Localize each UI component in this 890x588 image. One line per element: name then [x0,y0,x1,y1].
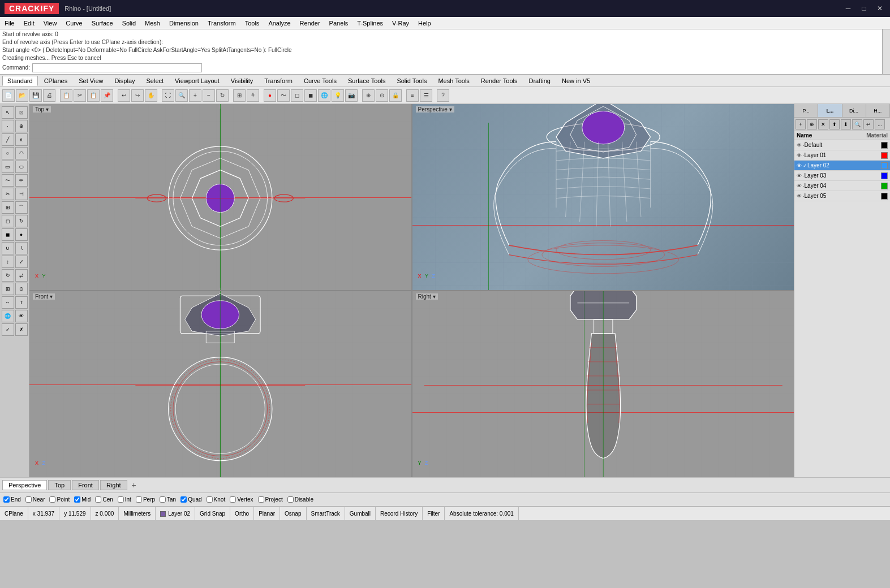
lt-select-all[interactable]: ⊡ [15,106,28,119]
tb-lights[interactable]: 💡 [332,89,344,102]
toolbar-tab-curve-tools[interactable]: Curve Tools [299,76,342,86]
toolbar-tab-visibility[interactable]: Visibility [226,76,259,86]
layer-color-swatch-2[interactable] [881,162,888,169]
lt-drag[interactable]: ⊕ [15,120,28,132]
snap-item-end[interactable]: End [3,496,21,503]
snap-checkbox-knot[interactable] [207,496,213,503]
snap-checkbox-int[interactable] [118,496,124,503]
lt-dim[interactable]: ↔ [2,296,14,309]
tb-surface[interactable]: ◻ [291,89,303,102]
tb-zoom-in[interactable]: + [189,89,201,102]
menu-item-solid[interactable]: Solid [118,19,140,28]
toolbar-tab-standard[interactable]: Standard [2,76,38,86]
sb-gumball[interactable]: Gumball [345,507,376,520]
tb-new[interactable]: 📄 [2,89,15,102]
tb-layer-mgr[interactable]: ≡ [406,89,419,102]
snap-checkbox-end[interactable] [3,496,10,503]
lt-array[interactable]: ⊞ [2,283,14,295]
layer-visible-icon-1[interactable]: 👁 [797,153,802,158]
tb-help[interactable]: ? [437,89,449,102]
snap-item-knot[interactable]: Knot [207,496,226,503]
snap-checkbox-near[interactable] [25,496,32,503]
restore-button[interactable]: □ [858,5,870,12]
lt-boolean-union[interactable]: ∪ [2,242,14,254]
tb-zoom-ext[interactable]: ⛶ [162,89,174,102]
command-scrollbar[interactable] [882,29,890,74]
lt-circle[interactable]: ○ [2,147,14,159]
tb-redo[interactable]: ↪ [131,89,144,102]
toolbar-tab-cplanes[interactable]: CPlanes [39,76,73,86]
toolbar-tab-select[interactable]: Select [141,76,169,86]
menu-item-surface[interactable]: Surface [87,19,118,28]
layer-visible-icon-3[interactable]: 👁 [797,173,802,179]
snap-checkbox-vertex[interactable] [230,496,236,503]
sb-grid-snap[interactable]: Grid Snap [195,507,230,520]
viewport-front[interactable]: Front ▾ X Z [29,291,411,477]
tb-zoom-out[interactable]: − [203,89,215,102]
tb-render-preview[interactable]: 🌐 [318,89,330,102]
layer-color-swatch-0[interactable] [881,142,888,149]
rp-new-sublayer[interactable]: ⊕ [807,119,817,129]
lt-boolean-diff[interactable]: ∖ [15,242,28,254]
sb-filter[interactable]: Filter [423,507,445,520]
lt-arc[interactable]: ◠ [15,147,28,159]
snap-checkbox-project[interactable] [258,496,264,503]
tb-viewports[interactable]: ⊞ [233,89,246,102]
menu-item-analyze[interactable]: Analyze [264,19,295,28]
vp-top-label[interactable]: Top ▾ [33,106,51,113]
rp-tab-display[interactable]: Di... [842,104,866,117]
toolbar-tab-viewport-layout[interactable]: Viewport Layout [170,76,225,86]
toolbar-tab-render-tools[interactable]: Render Tools [476,76,523,86]
tb-zoom-win[interactable]: 🔍 [175,89,188,102]
tb-open[interactable]: 📂 [16,89,28,102]
lt-polyline[interactable]: ∧ [15,133,28,146]
toolbar-tab-surface-tools[interactable]: Surface Tools [343,76,390,86]
snap-checkbox-quad[interactable] [180,496,187,503]
layer-row-layer-04[interactable]: 👁·Layer 04 [794,181,890,191]
minimize-button[interactable]: ─ [842,5,854,12]
layer-visible-icon-4[interactable]: 👁 [797,183,802,189]
menu-item-transform[interactable]: Transform [203,19,240,28]
toolbar-tab-display[interactable]: Display [109,76,140,86]
lt-check-off[interactable]: ✗ [15,323,28,336]
menu-item-tools[interactable]: Tools [240,19,264,28]
snap-checkbox-mid[interactable] [74,496,80,503]
viewport-right[interactable]: Right ▾ Y Z [412,291,794,477]
menu-item-mesh[interactable]: Mesh [140,19,165,28]
snap-checkbox-perp[interactable] [136,496,142,503]
layer-row-layer-01[interactable]: 👁·Layer 01 [794,150,890,161]
lt-select[interactable]: ↖ [2,106,14,119]
toolbar-tab-set-view[interactable]: Set View [74,76,108,86]
vp-tab-right[interactable]: Right [100,480,127,490]
vp-front-label[interactable]: Front ▾ [33,293,55,300]
tb-copy[interactable]: 📋 [87,89,100,102]
lt-mirror[interactable]: ⇌ [15,269,28,282]
snap-item-near[interactable]: Near [25,496,45,503]
toolbar-tab-new-in-v5[interactable]: New in V5 [557,76,595,86]
rp-reset[interactable]: ↩ [863,119,874,129]
snap-checkbox-tan[interactable] [160,496,166,503]
rp-move-up[interactable]: ⬆ [829,119,840,129]
lt-extend[interactable]: ⊣ [15,188,28,200]
viewport-perspective[interactable]: Perspective ▾ X Y Z [412,104,794,290]
tb-snap[interactable]: ⊕ [362,89,375,102]
menu-item-render[interactable]: Render [295,19,325,28]
lt-ellipse[interactable]: ⬭ [15,161,28,173]
rp-tab-properties[interactable]: P... [794,104,818,117]
lt-rect[interactable]: ▭ [2,161,14,173]
lt-display[interactable]: 👁 [15,310,28,322]
lt-point[interactable]: · [2,120,14,132]
menu-item-edit[interactable]: Edit [19,19,39,28]
tb-solid[interactable]: ◼ [304,89,317,102]
rp-new-layer[interactable]: + [796,119,806,129]
tb-osnap-toggle[interactable]: ⊙ [376,89,388,102]
layer-color-swatch-1[interactable] [881,152,888,159]
lt-transform-scale[interactable]: ⤢ [15,256,28,268]
lt-solid-sphere[interactable]: ● [15,228,28,241]
rp-tab-layers[interactable]: L... [818,104,842,117]
vp-tab-perspective[interactable]: Perspective [2,480,47,490]
rp-more[interactable]: ... [875,119,885,129]
snap-item-int[interactable]: Int [118,496,131,503]
layer-visible-icon-2[interactable]: 👁 [797,163,802,168]
lt-check-on[interactable]: ✓ [2,323,14,336]
